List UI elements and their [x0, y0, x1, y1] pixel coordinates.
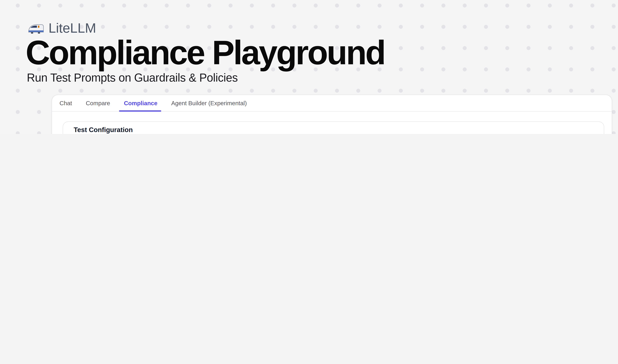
- main-tabs: Chat Compare Compliance Agent Builder (E…: [52, 95, 612, 112]
- tab-chat[interactable]: Chat: [60, 95, 72, 111]
- train-logo-icon: [27, 22, 44, 34]
- tab-agent-builder[interactable]: Agent Builder (Experimental): [171, 95, 247, 111]
- tab-compliance[interactable]: Compliance: [124, 95, 157, 111]
- main-card: Chat Compare Compliance Agent Builder (E…: [52, 95, 612, 134]
- test-configuration-card: Test Configuration Select policies, guar…: [63, 121, 604, 134]
- page-subtitle: Run Test Prompts on Guardrails & Policie…: [27, 71, 238, 84]
- compliance-playground-page: LiteLLM Compliance Playground Run Test P…: [0, 0, 618, 134]
- tab-compare[interactable]: Compare: [86, 95, 110, 111]
- page-title: Compliance Playground: [26, 36, 385, 69]
- config-title: Test Configuration: [74, 126, 133, 134]
